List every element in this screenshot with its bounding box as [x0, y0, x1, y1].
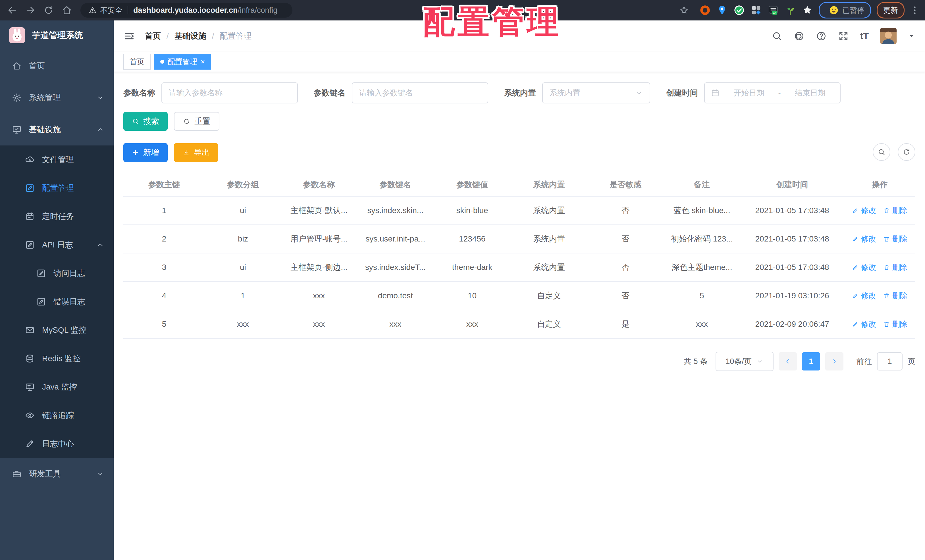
sidebar-item[interactable]: 错误日志: [0, 288, 114, 316]
help-icon[interactable]: [816, 31, 827, 42]
next-page-button[interactable]: [825, 352, 844, 370]
browser-home-icon[interactable]: [62, 5, 72, 16]
sidebar-item[interactable]: 配置管理: [0, 174, 114, 202]
sidebar-item[interactable]: 定时任务: [0, 202, 114, 231]
goto-label: 前往: [857, 356, 872, 366]
sidebar-item[interactable]: Java 监控: [0, 373, 114, 401]
extension-pin-icon[interactable]: [716, 5, 728, 16]
sidebar-item[interactable]: 访问日志: [0, 259, 114, 288]
close-icon[interactable]: ×: [200, 58, 205, 65]
sidebar-item-label: 文件管理: [42, 154, 74, 165]
extension-grid-icon[interactable]: [750, 5, 762, 16]
font-size-icon[interactable]: tT: [860, 32, 869, 41]
tab-bar: 首页配置管理×: [114, 52, 925, 72]
toolbar-row: 新增 导出: [124, 143, 915, 162]
table-cell: 10: [434, 282, 511, 310]
export-button[interactable]: 导出: [174, 143, 218, 162]
table-cell: 系统内置: [511, 196, 588, 225]
doc-edit-icon: [25, 240, 35, 250]
fullscreen-icon[interactable]: [838, 31, 849, 42]
avatar-caret-down-icon[interactable]: [908, 32, 915, 40]
actions-cell: 修改删除: [844, 196, 915, 225]
delete-link[interactable]: 删除: [883, 262, 908, 272]
browser-forward-icon[interactable]: [25, 5, 36, 16]
tab-item[interactable]: 首页: [124, 54, 151, 69]
add-button[interactable]: 新增: [124, 143, 168, 162]
search-icon[interactable]: [771, 31, 782, 42]
edit-link[interactable]: 修改: [852, 205, 877, 216]
table-cell: demo.test: [357, 282, 434, 310]
bookmark-star-icon[interactable]: [679, 5, 689, 15]
menu-fold-icon[interactable]: [124, 30, 135, 42]
browser-back-icon[interactable]: [7, 5, 18, 16]
param-name-input[interactable]: [161, 83, 298, 104]
column-header: 参数主键: [124, 173, 205, 196]
address-bar[interactable]: 不安全 dashboard.yudao.iocoder.cn /infra/co…: [80, 3, 292, 18]
avatar[interactable]: [880, 28, 896, 44]
param-key-input[interactable]: [352, 83, 488, 104]
page-size-select[interactable]: 10条/页: [716, 352, 774, 371]
edit-link[interactable]: 修改: [852, 319, 877, 329]
param-key-label: 参数键名: [314, 87, 345, 98]
trash-icon: [883, 236, 890, 242]
home-icon: [12, 61, 22, 71]
date-range-picker[interactable]: 开始日期 - 结束日期: [704, 83, 841, 104]
sidebar-item[interactable]: MySQL 监控: [0, 316, 114, 344]
extension-list-on-icon[interactable]: on: [768, 5, 779, 16]
prev-page-button[interactable]: [779, 352, 797, 370]
delete-link[interactable]: 删除: [883, 291, 908, 301]
sidebar-item[interactable]: API 日志: [0, 231, 114, 259]
refresh-table-button[interactable]: [898, 143, 915, 161]
tab-active[interactable]: 配置管理×: [154, 54, 211, 69]
url-host: dashboard.yudao.iocoder.cn: [133, 6, 238, 15]
pencil-icon: [852, 292, 859, 299]
pen-icon: [25, 439, 35, 449]
reset-button[interactable]: 重置: [174, 112, 219, 131]
browser-menu-dots-icon[interactable]: [910, 5, 920, 15]
extension-sprout-icon[interactable]: [785, 5, 796, 16]
sidebar-item[interactable]: 文件管理: [0, 146, 114, 174]
extension-white-star-icon[interactable]: [801, 5, 813, 16]
search-button[interactable]: 搜索: [124, 112, 168, 131]
column-header: 操作: [844, 173, 915, 196]
edit-link[interactable]: 修改: [852, 234, 877, 244]
sidebar-item[interactable]: Redis 监控: [0, 344, 114, 373]
table-cell: 否: [588, 225, 664, 253]
table-cell: 系统内置: [511, 253, 588, 282]
sidebar-item[interactable]: 系统管理: [0, 82, 114, 114]
not-secure-warning-icon: [88, 6, 97, 15]
sidebar-item[interactable]: 日志中心: [0, 430, 114, 458]
breadcrumb-item[interactable]: 基础设施: [175, 31, 206, 42]
sidebar-item[interactable]: 链路追踪: [0, 401, 114, 430]
builtin-select[interactable]: 系统内置: [542, 83, 650, 104]
sidebar-item-label: 错误日志: [53, 297, 85, 307]
table-cell: ui: [205, 253, 281, 282]
delete-link[interactable]: 删除: [883, 205, 908, 216]
table-cell: 用户管理-账号...: [281, 225, 357, 253]
sidebar-item[interactable]: 基础设施: [0, 114, 114, 146]
paused-extension-badge[interactable]: 已暂停: [819, 2, 871, 18]
breadcrumb-item[interactable]: 首页: [145, 31, 161, 42]
sidebar-item[interactable]: 首页: [0, 50, 114, 82]
sidebar-item-label: 配置管理: [42, 183, 74, 194]
browser-update-button[interactable]: 更新: [877, 2, 904, 18]
magnifier-icon: [132, 117, 139, 125]
edit-link[interactable]: 修改: [852, 262, 877, 272]
toggle-search-button[interactable]: [873, 143, 890, 161]
extension-orange-ring-icon[interactable]: [699, 5, 711, 16]
delete-link[interactable]: 删除: [883, 234, 908, 244]
sidebar-item-label: Java 监控: [42, 382, 77, 392]
delete-link[interactable]: 删除: [883, 319, 908, 329]
extension-green-check-icon[interactable]: [734, 5, 745, 16]
date-separator: -: [778, 89, 781, 98]
goto-page-input[interactable]: [877, 352, 902, 370]
current-page-button[interactable]: 1: [802, 352, 820, 370]
table-row: 2biz用户管理-账号...sys.user.init-pa...123456系…: [124, 225, 915, 253]
edit-link[interactable]: 修改: [852, 291, 877, 301]
tab-label: 首页: [130, 57, 145, 67]
sidebar-item[interactable]: 研发工具: [0, 458, 114, 490]
browser-reload-icon[interactable]: [43, 5, 54, 16]
table-cell: xxx: [281, 310, 357, 339]
github-icon[interactable]: [794, 31, 804, 42]
emoji-face-icon: [829, 5, 839, 15]
